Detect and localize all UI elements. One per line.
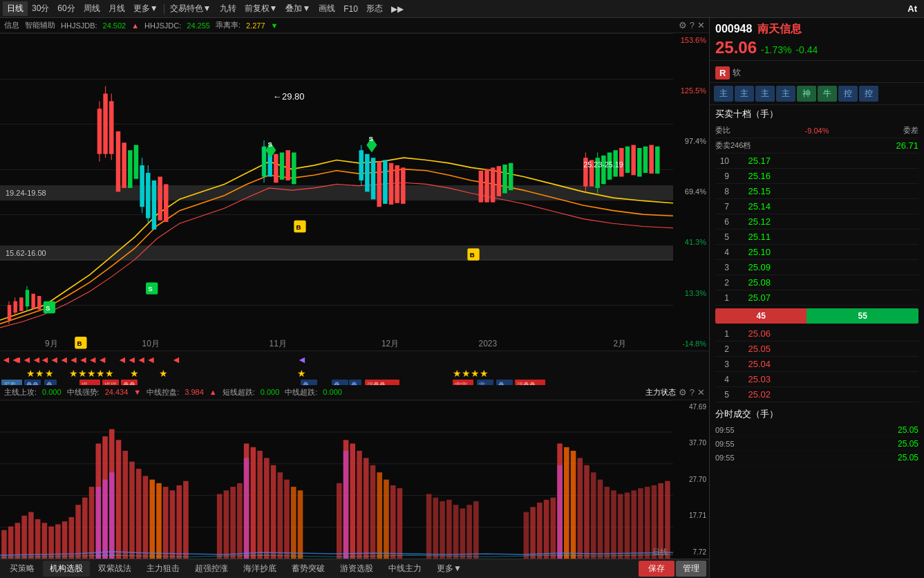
svg-rect-186	[446, 500, 452, 559]
save-button[interactable]: 保存	[639, 561, 675, 577]
func-btn-2[interactable]: 主	[755, 86, 775, 102]
svg-rect-40	[401, 167, 405, 203]
timeframe-more[interactable]: 更多▼	[129, 1, 162, 16]
svg-rect-45	[502, 165, 507, 193]
close-icon[interactable]: ✕	[697, 20, 705, 30]
svg-rect-215	[109, 472, 115, 559]
svg-rect-160	[217, 494, 223, 559]
hhjsjdb-label: HHJSJDB:	[61, 21, 97, 30]
ob-buy-4-price: 25.03	[729, 374, 771, 384]
svg-rect-184	[433, 497, 439, 559]
svg-text:雷雷: 雷雷	[455, 382, 467, 385]
btab-more[interactable]: 更多▼	[430, 561, 469, 577]
settings-icon[interactable]: ⚙	[679, 20, 687, 30]
svg-text:提提: 提提	[104, 382, 117, 385]
func-btn-0[interactable]: 主	[714, 86, 733, 102]
svg-rect-22	[152, 180, 156, 230]
btab-ocean-bottom[interactable]: 海洋抄底	[236, 561, 283, 577]
svg-rect-218	[557, 465, 563, 559]
ob-sell-7-num: 7	[715, 202, 729, 212]
vol-close-icon[interactable]: ✕	[697, 387, 705, 398]
volume-svg	[0, 400, 673, 559]
stock-change-pts: -0.44	[795, 44, 818, 55]
btab-buy-strategy[interactable]: 买策略	[3, 561, 41, 577]
timeframe-daily[interactable]: 日线	[3, 1, 28, 16]
ratio-green: 55	[807, 308, 918, 324]
feature-f10[interactable]: F10	[339, 3, 362, 15]
svg-rect-173	[337, 483, 342, 559]
feature-more[interactable]: ▶▶	[387, 3, 408, 15]
timeframe-weekly[interactable]: 周线	[79, 1, 104, 16]
svg-rect-206	[625, 492, 630, 559]
func-btn-3[interactable]: 主	[776, 86, 795, 102]
ob-sell-10-price: 25.17	[729, 156, 771, 166]
price-chart: 19.24-19.58 15.62-16.00	[0, 33, 709, 351]
feature-jiuzhuan[interactable]: 九转	[216, 1, 241, 16]
timeframe-monthly[interactable]: 月线	[104, 1, 129, 16]
svg-text:B: B	[77, 339, 82, 347]
svg-rect-57	[631, 145, 635, 176]
svg-rect-172	[298, 490, 303, 559]
vol-settings-icon[interactable]: ⚙	[679, 387, 687, 398]
rt-title: 分时成交（手）	[715, 408, 918, 420]
svg-text:B: B	[470, 251, 475, 259]
ob-sell-8-price: 25.15	[729, 186, 771, 196]
ob-sell-9: 9 25.16	[715, 169, 918, 184]
timeframe-30min[interactable]: 30分	[28, 1, 53, 16]
svg-rect-188	[460, 508, 466, 559]
svg-rect-203	[604, 487, 610, 559]
weiCha-label: 委差	[903, 125, 918, 136]
r-button[interactable]: R	[715, 66, 730, 80]
func-btn-6[interactable]: 控	[838, 86, 858, 102]
btab-institution[interactable]: 机构选股	[43, 561, 90, 577]
btab-main-force[interactable]: 主力狙击	[140, 561, 187, 577]
ob-buy-1: 1 25.06	[715, 326, 918, 342]
svg-rect-166	[257, 451, 263, 559]
svg-rect-214	[102, 479, 108, 559]
ob-buy-3-price: 25.04	[729, 359, 771, 369]
func-btn-5[interactable]: 牛	[818, 86, 837, 102]
feature-trading[interactable]: 交易特色▼	[166, 1, 216, 16]
svg-text:叠: 叠	[498, 382, 505, 385]
manage-button[interactable]: 管理	[676, 561, 706, 577]
help-icon[interactable]: ?	[690, 20, 695, 30]
vol-help-icon[interactable]: ?	[690, 387, 695, 398]
vol-y-3: 27.70	[676, 476, 706, 483]
ob-buy-2: 2 25.05	[715, 342, 918, 357]
svg-text:强叠叠: 强叠叠	[367, 382, 386, 385]
btab-hot-money[interactable]: 游资选股	[333, 561, 380, 577]
btab-mid-main[interactable]: 中线主力	[381, 561, 428, 577]
vol-y-4: 17.71	[676, 512, 706, 519]
timeframe-60min[interactable]: 60分	[53, 1, 79, 16]
svg-rect-150	[122, 451, 128, 559]
ob-buy-4: 4 25.03	[715, 372, 918, 387]
ob-buy-1-price: 25.06	[729, 328, 771, 339]
svg-rect-145	[89, 487, 95, 559]
feature-draw[interactable]: 画线	[314, 1, 339, 16]
btab-double-purple[interactable]: 双紫战法	[91, 561, 138, 577]
info-label: 信息	[4, 20, 19, 30]
feature-diejia[interactable]: 叠加▼	[281, 1, 314, 16]
svg-rect-17	[134, 145, 138, 179]
ob-sell-8-num: 8	[715, 187, 729, 196]
feature-fuquan[interactable]: 前复权▼	[241, 1, 282, 16]
stock-price: 25.06	[715, 38, 757, 57]
svg-text:◄◄◄◄: ◄◄◄◄	[117, 354, 155, 365]
svg-rect-52	[601, 156, 605, 184]
bottom-tabs: 买策略 机构选股 双紫战法 主力狙击 超强控涨 海洋抄底 蓄势突破 游资选股 中…	[0, 559, 709, 578]
price-y-axis: 153.6% 125.5% 97.4% 69.4% 41.3% 13.3% -1…	[673, 33, 709, 351]
btab-super-control[interactable]: 超强控涨	[188, 561, 235, 577]
func-btn-4[interactable]: 神	[797, 86, 816, 102]
func-btn-1[interactable]: 主	[735, 86, 754, 102]
svg-text:叠: 叠	[46, 382, 53, 385]
svg-text:B: B	[296, 223, 301, 231]
feature-shape[interactable]: 形态	[362, 1, 387, 16]
svg-text:强叠叠: 强叠叠	[517, 382, 536, 385]
svg-rect-190	[473, 501, 479, 559]
func-btn-7[interactable]: 控	[859, 86, 878, 102]
svg-rect-189	[466, 505, 472, 559]
vol-x-label: 日线	[652, 547, 668, 557]
btab-momentum[interactable]: 蓄势突破	[285, 561, 332, 577]
rt-price-2: 25.05	[898, 439, 918, 449]
ob-sell-10-num: 10	[715, 156, 729, 166]
